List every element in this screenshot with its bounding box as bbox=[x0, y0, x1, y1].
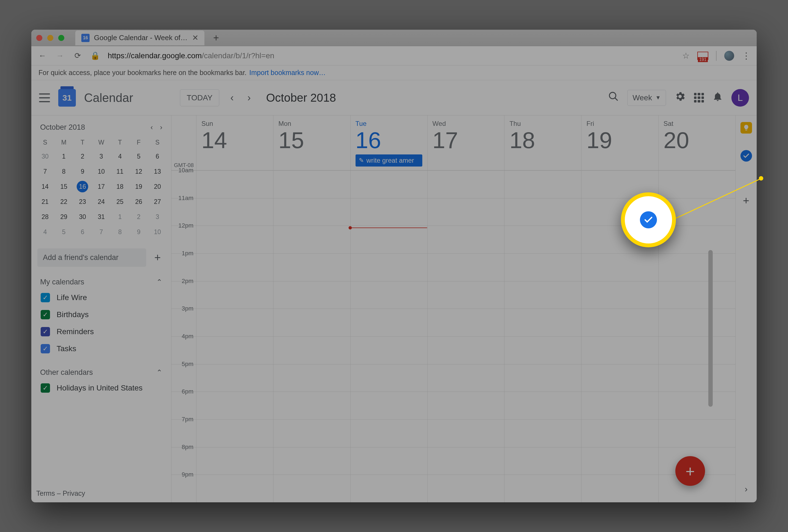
notifications-bell-icon[interactable] bbox=[712, 91, 723, 104]
hour-cell[interactable] bbox=[505, 336, 581, 363]
hour-cell[interactable] bbox=[428, 475, 504, 501]
time-grid[interactable]: 10am11am12pm1pm2pm3pm4pm5pm6pm7pm8pm9pm bbox=[172, 170, 735, 502]
hour-cell[interactable] bbox=[582, 392, 658, 418]
my-calendars-header[interactable]: My calendars ⌃ bbox=[36, 275, 167, 289]
mini-day-cell[interactable]: 5 bbox=[130, 150, 148, 163]
hour-cell[interactable] bbox=[428, 336, 504, 363]
hour-cell[interactable] bbox=[658, 419, 735, 446]
mini-day-cell[interactable]: 13 bbox=[148, 164, 167, 179]
hour-cell[interactable] bbox=[582, 336, 658, 363]
vertical-scrollbar[interactable] bbox=[708, 250, 713, 407]
hour-cell[interactable] bbox=[351, 281, 427, 308]
hour-cell[interactable] bbox=[658, 170, 735, 197]
hour-cell[interactable] bbox=[582, 309, 658, 335]
mini-day-cell[interactable]: 10 bbox=[92, 164, 111, 179]
hour-cell[interactable] bbox=[428, 225, 504, 252]
hour-cell[interactable] bbox=[351, 419, 427, 446]
mini-day-cell[interactable]: 2 bbox=[73, 150, 92, 163]
day-header-cell[interactable]: Fri19 bbox=[581, 115, 658, 171]
day-header-cell[interactable]: Wed17 bbox=[427, 115, 504, 171]
hour-cell[interactable] bbox=[658, 309, 735, 335]
hour-cell[interactable] bbox=[658, 364, 735, 391]
mini-day-cell[interactable]: 24 bbox=[92, 195, 111, 209]
mini-day-cell[interactable]: 9 bbox=[73, 164, 92, 179]
hour-cell[interactable] bbox=[196, 225, 273, 252]
hour-cell[interactable] bbox=[273, 309, 350, 335]
hour-cell[interactable] bbox=[351, 170, 427, 197]
mini-day-cell[interactable]: 21 bbox=[36, 195, 54, 209]
hour-cell[interactable] bbox=[428, 281, 504, 308]
view-selector[interactable]: Week ▼ bbox=[627, 90, 666, 106]
hour-cell[interactable] bbox=[428, 419, 504, 446]
hour-cell[interactable] bbox=[273, 475, 350, 501]
hour-cell[interactable] bbox=[273, 419, 350, 446]
day-header-cell[interactable]: Sun14 bbox=[196, 115, 273, 171]
prev-period-icon[interactable]: ‹ bbox=[228, 92, 236, 104]
google-apps-icon[interactable] bbox=[694, 93, 704, 103]
hour-cell[interactable] bbox=[582, 475, 658, 501]
mini-day-cell[interactable]: 10 bbox=[148, 225, 167, 239]
mini-day-cell[interactable]: 4 bbox=[36, 225, 54, 239]
hour-cell[interactable] bbox=[196, 253, 273, 280]
hour-cell[interactable] bbox=[428, 198, 504, 224]
mini-day-cell[interactable]: 7 bbox=[36, 164, 54, 179]
hour-cell[interactable] bbox=[273, 225, 350, 252]
hour-cell[interactable] bbox=[582, 447, 658, 473]
hour-cell[interactable] bbox=[582, 281, 658, 308]
hour-cell[interactable] bbox=[658, 198, 735, 224]
calendar-list-item[interactable]: ✓Tasks bbox=[36, 340, 167, 357]
next-period-icon[interactable]: › bbox=[244, 92, 253, 104]
hour-cell[interactable] bbox=[196, 336, 273, 363]
mini-day-cell[interactable]: 14 bbox=[36, 180, 54, 194]
mini-prev-icon[interactable]: ‹ bbox=[151, 123, 153, 132]
mini-day-cell[interactable]: 25 bbox=[111, 195, 130, 209]
add-calendar-icon[interactable]: + bbox=[150, 252, 165, 264]
hour-cell[interactable] bbox=[196, 447, 273, 473]
calendar-list-item[interactable]: ✓Reminders bbox=[36, 323, 167, 340]
calendar-checkbox[interactable]: ✓ bbox=[41, 310, 50, 319]
hamburger-menu-icon[interactable] bbox=[39, 94, 50, 102]
hour-cell[interactable] bbox=[351, 225, 427, 252]
calendar-list-item[interactable]: ✓Holidays in United States bbox=[36, 379, 167, 396]
mini-day-cell[interactable]: 30 bbox=[73, 210, 92, 224]
hour-cell[interactable] bbox=[582, 419, 658, 446]
mini-day-cell[interactable]: 1 bbox=[54, 150, 73, 163]
hour-cell[interactable] bbox=[505, 281, 581, 308]
nav-reload-icon[interactable]: ⟳ bbox=[73, 51, 82, 60]
hour-cell[interactable] bbox=[428, 392, 504, 418]
mini-day-cell[interactable]: 22 bbox=[54, 195, 73, 209]
mini-day-cell[interactable]: 23 bbox=[73, 195, 92, 209]
hour-cell[interactable] bbox=[505, 309, 581, 335]
mini-day-cell[interactable]: 4 bbox=[111, 150, 130, 163]
hour-cell[interactable] bbox=[273, 198, 350, 224]
hour-cell[interactable] bbox=[505, 419, 581, 446]
hour-cell[interactable] bbox=[505, 170, 581, 197]
account-avatar[interactable]: L bbox=[731, 89, 749, 106]
mini-day-cell[interactable]: 8 bbox=[111, 225, 130, 239]
hour-cell[interactable] bbox=[273, 170, 350, 197]
hour-cell[interactable] bbox=[351, 364, 427, 391]
tasks-icon[interactable] bbox=[741, 150, 752, 162]
hour-cell[interactable] bbox=[658, 336, 735, 363]
hour-cell[interactable] bbox=[428, 253, 504, 280]
hour-cell[interactable] bbox=[196, 198, 273, 224]
calendar-checkbox[interactable]: ✓ bbox=[41, 383, 50, 393]
hour-cell[interactable] bbox=[505, 447, 581, 473]
hour-cell[interactable] bbox=[505, 253, 581, 280]
hour-cell[interactable] bbox=[505, 198, 581, 224]
hour-cell[interactable] bbox=[273, 253, 350, 280]
hour-cell[interactable] bbox=[196, 170, 273, 197]
mini-day-cell[interactable]: 30 bbox=[36, 150, 54, 163]
hour-cell[interactable] bbox=[351, 253, 427, 280]
secure-lock-icon[interactable]: 🔒 bbox=[90, 51, 100, 60]
browser-tab[interactable]: 16 Google Calendar - Week of Oc ✕ bbox=[75, 31, 204, 45]
browser-menu-icon[interactable]: ⋮ bbox=[742, 51, 751, 61]
mini-day-cell[interactable]: 16 bbox=[77, 181, 88, 192]
mini-day-cell[interactable]: 7 bbox=[92, 225, 111, 239]
mini-day-cell[interactable]: 26 bbox=[130, 195, 148, 209]
hour-cell[interactable] bbox=[273, 447, 350, 473]
mini-day-cell[interactable]: 3 bbox=[148, 210, 167, 224]
calendar-list-item[interactable]: ✓Birthdays bbox=[36, 306, 167, 323]
hour-cell[interactable] bbox=[273, 364, 350, 391]
mini-day-cell[interactable]: 18 bbox=[111, 180, 130, 194]
